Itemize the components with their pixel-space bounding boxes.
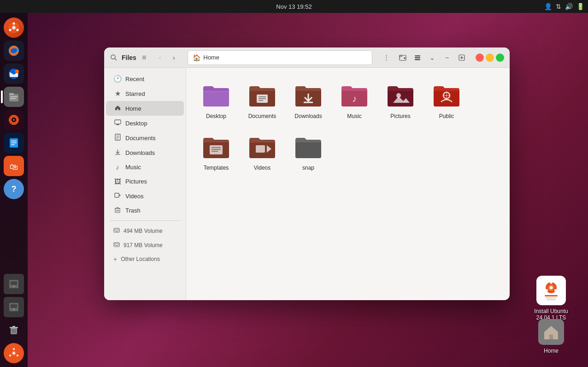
sidebar-volume-2[interactable]: 917 MB Volume: [106, 238, 184, 252]
sidebar-label-music: Music: [125, 164, 141, 171]
back-button[interactable]: ‹: [153, 51, 166, 64]
sidebar-label-vol2: 917 MB Volume: [123, 242, 163, 249]
folder-music-icon: ♪: [340, 81, 369, 110]
svg-rect-70: [115, 229, 118, 231]
window-title: Files: [122, 54, 136, 61]
file-manager-window: Files ≡ ‹ › 🏠 Home ⋮: [104, 47, 510, 300]
taskbar-help[interactable]: ?: [4, 179, 24, 199]
taskbar-trash[interactable]: [4, 320, 24, 340]
folder-snap-icon: [294, 132, 323, 162]
svg-marker-62: [119, 194, 121, 196]
file-item-pictures[interactable]: Pictures: [380, 77, 421, 124]
svg-rect-26: [11, 304, 17, 308]
svg-text:♪: ♪: [352, 94, 357, 104]
sidebar-label-home: Home: [125, 105, 141, 112]
sidebar-item-starred[interactable]: ★ Starred: [106, 86, 184, 101]
search-icon[interactable]: [110, 53, 118, 62]
datetime-label: Nov 13 19:52: [276, 3, 312, 10]
documents-icon: [113, 134, 122, 142]
network-icon[interactable]: ⇅: [556, 3, 561, 10]
volume2-icon: [113, 241, 120, 249]
file-item-videos[interactable]: Videos: [241, 129, 283, 176]
taskbar-writer[interactable]: [4, 133, 24, 153]
sidebar-volume-1[interactable]: 494 MB Volume: [106, 224, 184, 238]
videos-icon: [113, 192, 122, 200]
recent-icon: 🕐: [113, 75, 122, 83]
close-button[interactable]: ✕: [476, 53, 484, 62]
file-label-documents: Documents: [248, 113, 276, 120]
person-icon[interactable]: 👤: [544, 3, 552, 10]
volume-icon[interactable]: 🔊: [565, 3, 573, 10]
svg-point-24: [13, 285, 15, 287]
file-item-templates[interactable]: Templates: [195, 129, 237, 176]
home-desktop-icon[interactable]: Home: [533, 319, 570, 354]
window-controls: ✕ − ⊞: [476, 53, 504, 62]
zoom-out-button[interactable]: −: [441, 51, 453, 64]
svg-text:🛍: 🛍: [10, 162, 18, 172]
ubuntu-install-icon[interactable]: Install Ubuntu 24.04.1 LTS: [533, 276, 570, 321]
folder-public-icon: [432, 81, 461, 110]
sidebar-item-desktop[interactable]: Desktop: [106, 116, 184, 130]
sidebar-item-recent[interactable]: 🕐 Recent: [106, 71, 184, 86]
battery-icon[interactable]: 🔋: [576, 3, 584, 10]
file-item-desktop[interactable]: Desktop: [195, 77, 237, 124]
location-more-button[interactable]: ⋮: [380, 51, 393, 64]
sidebar-item-pictures[interactable]: 🖼 Pictures: [106, 174, 184, 189]
sidebar-label-recent: Recent: [125, 76, 144, 83]
taskbar-drive1[interactable]: [4, 274, 24, 294]
svg-point-16: [13, 119, 15, 121]
sidebar-item-videos[interactable]: Videos: [106, 189, 184, 203]
sidebar-item-documents[interactable]: Documents: [106, 130, 184, 145]
svg-point-38: [17, 355, 18, 356]
file-label-videos: Videos: [254, 165, 270, 172]
maximize-button[interactable]: ⊞: [496, 53, 504, 62]
svg-rect-99: [545, 295, 558, 296]
sidebar-label-trash: Trash: [125, 207, 141, 214]
sidebar-item-trash[interactable]: Trash: [106, 203, 184, 218]
sidebar-label-other: Other Locations: [121, 256, 160, 262]
sidebar: 🕐 Recent ★ Starred Home: [104, 68, 186, 300]
taskbar-ubuntu[interactable]: [4, 18, 24, 38]
file-item-snap[interactable]: snap: [288, 129, 329, 176]
taskbar-files[interactable]: [4, 87, 24, 107]
home-desktop-label: Home: [544, 348, 559, 354]
svg-rect-32: [13, 329, 14, 333]
pictures-icon: 🖼: [113, 178, 122, 185]
svg-rect-33: [15, 329, 16, 333]
file-item-public[interactable]: Public: [426, 77, 467, 124]
sidebar-item-downloads[interactable]: Downloads: [106, 145, 184, 160]
location-bar[interactable]: 🏠 Home: [188, 50, 372, 65]
taskbar-thunderbird[interactable]: [4, 64, 24, 84]
taskbar-ubuntu-circle[interactable]: [4, 343, 24, 363]
svg-rect-102: [549, 335, 553, 339]
titlebar-menu-icon[interactable]: ≡: [142, 53, 146, 62]
new-folder-button[interactable]: [396, 51, 409, 64]
folder-pictures-icon: [386, 81, 415, 110]
file-item-documents[interactable]: Documents: [241, 77, 283, 124]
sidebar-item-home[interactable]: Home: [106, 101, 184, 116]
minimize-button[interactable]: −: [486, 53, 494, 62]
file-label-downloads: Downloads: [294, 113, 322, 120]
file-item-downloads[interactable]: Downloads: [288, 77, 329, 124]
taskbar-rhythmbox[interactable]: [4, 110, 24, 130]
music-icon: ♪: [113, 163, 122, 171]
zoom-in-button[interactable]: [455, 51, 468, 64]
forward-button[interactable]: ›: [167, 51, 180, 64]
sidebar-item-music[interactable]: ♪ Music: [106, 160, 184, 174]
view-down-button[interactable]: ⌄: [426, 51, 439, 64]
svg-point-97: [554, 289, 557, 291]
svg-rect-61: [115, 193, 119, 197]
view-list-button[interactable]: [411, 51, 424, 64]
taskbar-appstore[interactable]: 🛍: [4, 156, 24, 176]
folder-desktop-icon: [201, 81, 231, 110]
svg-rect-100: [546, 297, 557, 298]
file-item-music[interactable]: ♪ Music: [334, 77, 375, 124]
file-label-templates: Templates: [204, 165, 229, 172]
titlebar: Files ≡ ‹ › 🏠 Home ⋮: [104, 47, 510, 68]
titlebar-actions: ⌄ −: [396, 51, 468, 64]
svg-point-2: [12, 26, 15, 29]
taskbar-firefox[interactable]: [4, 41, 24, 61]
folder-downloads-icon: [294, 81, 323, 110]
taskbar-drive2[interactable]: [4, 297, 24, 317]
sidebar-other-locations[interactable]: + Other Locations: [106, 252, 184, 266]
